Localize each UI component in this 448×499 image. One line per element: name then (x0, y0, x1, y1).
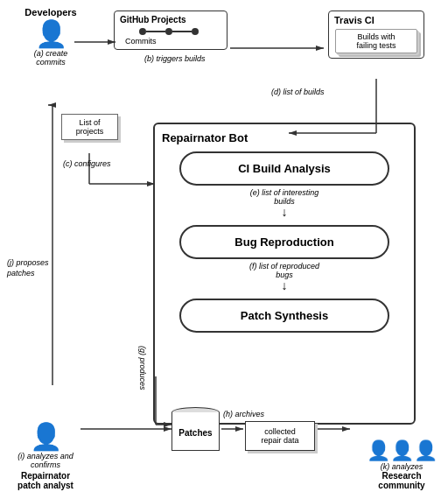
research-analyzes: (k) analyzes (362, 462, 441, 471)
analyst-icon: 👤 (10, 421, 80, 452)
analyst-action: (i) analyzes andconfirms (10, 452, 80, 469)
analyst-figure: 👤 (i) analyzes andconfirms Repairnatorpa… (10, 421, 80, 490)
developer-label: Developers (24, 7, 77, 18)
patches-shape: Patches (172, 407, 220, 451)
ci-build-analysis-pill: CI Build Analysis (179, 151, 389, 186)
travis-inner: Builds withfailing tests (335, 29, 417, 53)
repairnator-box: Repairnator Bot CI Build Analysis (e) li… (153, 123, 416, 425)
research-figure: 👤👤👤 (k) analyzes Researchcommunity (362, 439, 441, 490)
github-box: GitHub Projects Commits (114, 11, 228, 50)
commits-line (120, 28, 221, 35)
patches-container: Patches (172, 407, 220, 451)
patch-synth-label: Patch Synthesis (241, 309, 328, 322)
ci-to-bug-arrow: (e) list of interesting builds ↓ (162, 188, 407, 218)
archives-label: (h) archives (223, 410, 264, 418)
repairnator-title: Repairnator Bot (162, 131, 407, 144)
cylinder-body: Patches (172, 412, 220, 451)
projects-label: List ofprojects (64, 118, 116, 136)
collected-box: collectedrepair data (245, 421, 315, 451)
down-arrow-1: ↓ (162, 206, 407, 218)
analyst-label: Repairnatorpatch analyst (10, 471, 80, 490)
bug-arrow-label: (f) list of reproduced (162, 262, 407, 271)
collected-label: collectedrepair data (249, 427, 311, 445)
research-icons: 👤👤👤 (362, 439, 441, 462)
commit-dot-2 (165, 28, 172, 35)
ci-arrow-label: (e) list of interesting (162, 188, 407, 197)
bug-repro-label: Bug Reproduction (234, 235, 333, 249)
triggers-label: (b) triggers builds (144, 54, 206, 63)
commits-text: Commits (125, 37, 221, 46)
travis-box: Travis CI Builds withfailing tests (328, 11, 424, 59)
projects-box: List ofprojects (61, 114, 118, 140)
github-title: GitHub Projects (120, 15, 221, 25)
developer-icon: 👤 (24, 18, 77, 49)
patch-synthesis-pill: Patch Synthesis (179, 299, 389, 333)
down-arrow-2: ↓ (162, 279, 407, 292)
bug-to-patch-arrow: (f) list of reproduced bugs ↓ (162, 262, 407, 292)
commit-dot-1 (139, 28, 146, 35)
commit-dot-3 (192, 28, 199, 35)
developer-action: (a) createcommits (24, 49, 77, 67)
produces-label: (g) produces (138, 346, 147, 390)
bug-reproduction-pill: Bug Reproduction (179, 225, 389, 259)
patches-label: Patches (178, 428, 212, 438)
proposes-label: (j) proposespatches (7, 258, 49, 278)
travis-title: Travis CI (334, 15, 418, 25)
ci-build-label: CI Build Analysis (238, 162, 331, 175)
commit-line-2 (172, 31, 192, 32)
diagram: Developers 👤 (a) createcommits GitHub Pr… (0, 0, 448, 499)
research-label: Researchcommunity (362, 471, 441, 490)
developer-figure: Developers 👤 (a) createcommits (24, 7, 77, 67)
configures-label: (c) configures (63, 159, 111, 168)
commit-line-1 (146, 31, 165, 32)
builds-label: (d) list of builds (271, 88, 325, 96)
